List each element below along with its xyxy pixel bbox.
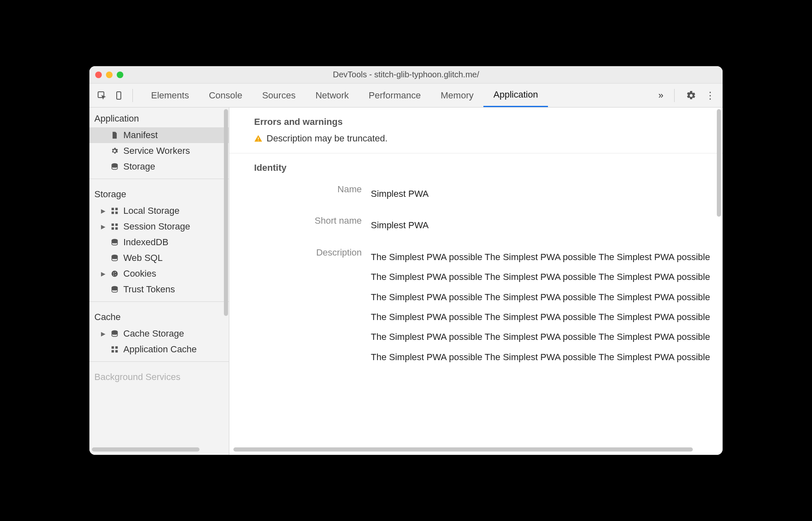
sidebar-item-cache-storage[interactable]: ▶Cache Storage xyxy=(89,326,229,342)
sidebar-divider xyxy=(89,361,229,362)
database-icon xyxy=(110,253,119,263)
warning-icon xyxy=(254,134,262,143)
svg-rect-5 xyxy=(115,208,118,210)
identity-shortname-label: Short name xyxy=(254,215,362,235)
database-icon xyxy=(110,329,119,338)
identity-name-value: Simplest PWA xyxy=(371,184,714,204)
svg-point-15 xyxy=(113,272,114,273)
expand-arrow-icon[interactable]: ▶ xyxy=(101,208,106,214)
errors-section-heading: Errors and warnings xyxy=(254,117,723,127)
sidebar-item-cookies[interactable]: ▶Cookies xyxy=(89,266,229,282)
sidebar-item-label: Cookies xyxy=(123,268,156,279)
grid-icon xyxy=(110,345,119,354)
sidebar-section-application: Application xyxy=(89,108,229,127)
zoom-window-button[interactable] xyxy=(117,72,123,78)
grid-icon xyxy=(110,222,119,231)
sidebar-horiz-scrollbar[interactable] xyxy=(92,447,199,452)
sidebar-item-web-sql[interactable]: ▶Web SQL xyxy=(89,250,229,266)
expand-arrow-icon[interactable]: ▶ xyxy=(101,270,106,277)
sidebar-item-label: Application Cache xyxy=(123,344,197,355)
svg-point-18 xyxy=(113,275,114,275)
identity-description-value: The Simplest PWA possible The Simplest P… xyxy=(371,247,714,367)
tab-elements[interactable]: Elements xyxy=(141,84,199,107)
svg-rect-8 xyxy=(112,224,114,226)
window-titlebar[interactable]: DevTools - stitch-glib-typhoon.glitch.me… xyxy=(89,66,723,84)
sidebar-item-label: Local Storage xyxy=(123,206,180,216)
sidebar-item-application-cache[interactable]: ▶Application Cache xyxy=(89,342,229,357)
identity-section-heading: Identity xyxy=(254,163,723,173)
expand-arrow-icon[interactable]: ▶ xyxy=(101,223,106,230)
inspect-element-icon[interactable] xyxy=(95,89,108,102)
svg-rect-7 xyxy=(115,212,118,214)
svg-rect-10 xyxy=(112,227,114,230)
sidebar-item-label: Manifest xyxy=(123,130,158,141)
settings-icon[interactable] xyxy=(685,89,698,102)
toolbar-separator xyxy=(132,89,133,102)
svg-point-14 xyxy=(112,271,118,277)
sidebar-section-storage: Storage xyxy=(89,183,229,203)
tab-network[interactable]: Network xyxy=(305,84,359,107)
devtools-body: Application▶Manifest▶Service Workers▶Sto… xyxy=(89,108,723,455)
main-scrollbar[interactable] xyxy=(717,109,721,217)
sidebar-section-background-services: Background Services xyxy=(89,366,229,391)
sidebar-item-label: Storage xyxy=(123,161,155,172)
sidebar-item-trust-tokens[interactable]: ▶Trust Tokens xyxy=(89,282,229,297)
svg-rect-4 xyxy=(112,208,114,210)
svg-point-16 xyxy=(115,272,116,273)
sidebar-item-label: Session Storage xyxy=(123,221,190,232)
minimize-window-button[interactable] xyxy=(106,72,113,78)
svg-rect-21 xyxy=(112,347,114,349)
tab-performance[interactable]: Performance xyxy=(359,84,431,107)
svg-rect-1 xyxy=(117,92,121,99)
sidebar-divider xyxy=(89,179,229,179)
svg-rect-22 xyxy=(115,347,118,349)
database-icon xyxy=(110,238,119,247)
sidebar-divider xyxy=(89,301,229,302)
svg-rect-23 xyxy=(112,350,114,353)
devtools-window: DevTools - stitch-glib-typhoon.glitch.me… xyxy=(89,66,723,455)
tab-application[interactable]: Application xyxy=(483,84,548,107)
sidebar-item-indexeddb[interactable]: ▶IndexedDB xyxy=(89,234,229,250)
svg-rect-6 xyxy=(112,212,114,214)
identity-shortname-value: Simplest PWA xyxy=(371,215,714,235)
tab-memory[interactable]: Memory xyxy=(431,84,483,107)
sidebar-item-manifest[interactable]: ▶Manifest xyxy=(89,127,229,143)
file-icon xyxy=(110,131,119,140)
tab-console[interactable]: Console xyxy=(199,84,252,107)
sidebar-item-storage[interactable]: ▶Storage xyxy=(89,159,229,174)
grid-icon xyxy=(110,206,119,215)
sidebar-item-label: Trust Tokens xyxy=(123,284,175,295)
sidebar-item-service-workers[interactable]: ▶Service Workers xyxy=(89,143,229,159)
sidebar-scrollbar[interactable] xyxy=(224,109,228,316)
cookie-icon xyxy=(110,269,119,278)
sidebar-item-session-storage[interactable]: ▶Session Storage xyxy=(89,219,229,234)
sidebar-item-label: IndexedDB xyxy=(123,237,168,248)
warning-text: Description may be truncated. xyxy=(267,133,387,144)
svg-rect-11 xyxy=(115,227,118,230)
overflow-tabs-button[interactable]: » xyxy=(656,90,666,101)
devtools-toolbar: Elements Console Sources Network Perform… xyxy=(89,84,723,108)
sidebar-section-cache: Cache xyxy=(89,306,229,326)
gear-icon xyxy=(110,146,119,155)
manifest-main-pane[interactable]: Errors and warnings Description may be t… xyxy=(229,108,723,455)
main-horiz-scrollbar[interactable] xyxy=(233,447,693,452)
close-window-button[interactable] xyxy=(95,72,102,78)
sidebar-item-label: Service Workers xyxy=(123,146,190,156)
application-sidebar[interactable]: Application▶Manifest▶Service Workers▶Sto… xyxy=(89,108,229,455)
identity-name-label: Name xyxy=(254,184,362,204)
panel-tabs: Elements Console Sources Network Perform… xyxy=(141,84,548,107)
device-toggle-icon[interactable] xyxy=(113,89,126,102)
sidebar-item-local-storage[interactable]: ▶Local Storage xyxy=(89,203,229,219)
sidebar-item-label: Cache Storage xyxy=(123,328,184,339)
database-icon xyxy=(110,162,119,171)
more-options-icon[interactable]: ⋮ xyxy=(704,90,717,101)
expand-arrow-icon[interactable]: ▶ xyxy=(101,330,106,337)
identity-description-label: Description xyxy=(254,247,362,367)
section-divider xyxy=(229,153,723,153)
svg-rect-24 xyxy=(115,350,118,353)
svg-rect-9 xyxy=(115,224,118,226)
toolbar-separator-right xyxy=(674,89,675,102)
tab-sources[interactable]: Sources xyxy=(252,84,305,107)
svg-point-17 xyxy=(115,274,116,275)
identity-grid: Name Simplest PWA Short name Simplest PW… xyxy=(254,184,714,367)
